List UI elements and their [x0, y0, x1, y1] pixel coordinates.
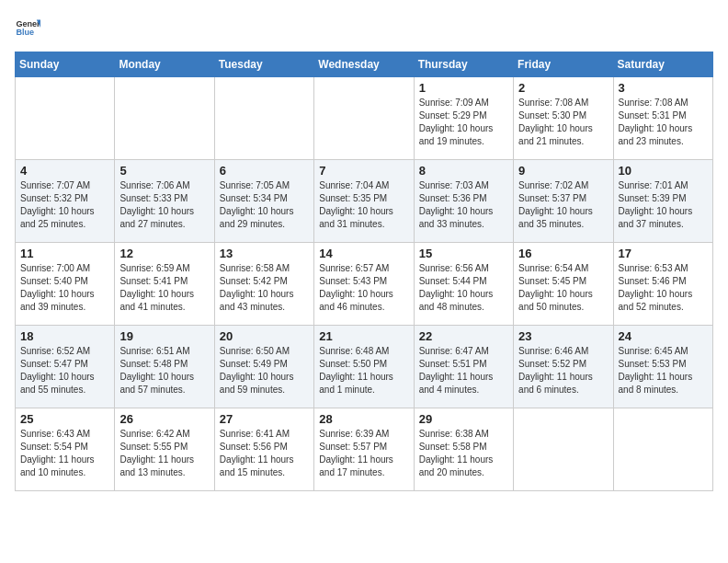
day-info: Sunrise: 6:50 AM Sunset: 5:49 PM Dayligh… [220, 345, 309, 396]
calendar-week-row: 1Sunrise: 7:09 AM Sunset: 5:29 PM Daylig… [16, 77, 713, 160]
day-number: 18 [20, 329, 109, 343]
day-info: Sunrise: 7:01 AM Sunset: 5:39 PM Dayligh… [619, 179, 708, 231]
day-info: Sunrise: 6:46 AM Sunset: 5:52 PM Dayligh… [518, 345, 608, 396]
calendar-day-cell: 5Sunrise: 7:06 AM Sunset: 5:33 PM Daylig… [115, 160, 214, 243]
calendar-day-cell [613, 408, 712, 491]
day-info: Sunrise: 7:04 AM Sunset: 5:35 PM Dayligh… [319, 179, 408, 231]
calendar-day-cell: 10Sunrise: 7:01 AM Sunset: 5:39 PM Dayli… [613, 160, 712, 243]
calendar-day-cell: 27Sunrise: 6:41 AM Sunset: 5:56 PM Dayli… [214, 408, 313, 491]
day-info: Sunrise: 6:54 AM Sunset: 5:45 PM Dayligh… [518, 262, 608, 314]
calendar-day-cell: 12Sunrise: 6:59 AM Sunset: 5:41 PM Dayli… [115, 243, 214, 326]
day-number: 7 [319, 164, 408, 178]
calendar-day-cell: 21Sunrise: 6:48 AM Sunset: 5:50 PM Dayli… [314, 326, 414, 408]
day-number: 9 [518, 164, 608, 178]
calendar-day-cell: 4Sunrise: 7:07 AM Sunset: 5:32 PM Daylig… [16, 160, 115, 243]
calendar-day-cell: 23Sunrise: 6:46 AM Sunset: 5:52 PM Dayli… [514, 326, 613, 408]
logo-icon: General Blue [15, 15, 40, 40]
day-number: 8 [419, 164, 508, 178]
day-info: Sunrise: 7:07 AM Sunset: 5:32 PM Dayligh… [20, 179, 109, 231]
day-number: 19 [119, 329, 209, 343]
logo: General Blue [15, 15, 40, 40]
day-number: 29 [419, 412, 508, 426]
day-number: 17 [619, 247, 708, 260]
day-number: 25 [20, 412, 109, 426]
day-number: 6 [220, 164, 309, 178]
weekday-header-cell: Friday [514, 52, 613, 77]
calendar-day-cell: 17Sunrise: 6:53 AM Sunset: 5:46 PM Dayli… [613, 243, 712, 326]
weekday-header-cell: Monday [115, 52, 214, 77]
calendar-day-cell: 8Sunrise: 7:03 AM Sunset: 5:36 PM Daylig… [414, 160, 513, 243]
weekday-header-cell: Thursday [414, 52, 513, 77]
day-number: 10 [619, 164, 708, 178]
calendar-day-cell: 24Sunrise: 6:45 AM Sunset: 5:53 PM Dayli… [613, 326, 712, 408]
day-info: Sunrise: 7:08 AM Sunset: 5:31 PM Dayligh… [619, 97, 708, 148]
day-number: 20 [220, 329, 309, 343]
day-number: 15 [419, 247, 508, 260]
calendar-table: SundayMondayTuesdayWednesdayThursdayFrid… [15, 52, 713, 491]
calendar-day-cell: 26Sunrise: 6:42 AM Sunset: 5:55 PM Dayli… [115, 408, 214, 491]
svg-text:General: General [16, 19, 40, 29]
day-info: Sunrise: 7:05 AM Sunset: 5:34 PM Dayligh… [220, 179, 309, 231]
day-number: 3 [619, 81, 708, 95]
day-number: 4 [20, 164, 109, 178]
day-info: Sunrise: 7:03 AM Sunset: 5:36 PM Dayligh… [419, 179, 508, 231]
day-number: 28 [319, 412, 408, 426]
calendar-day-cell [314, 77, 414, 160]
weekday-header-row: SundayMondayTuesdayWednesdayThursdayFrid… [16, 52, 713, 77]
day-info: Sunrise: 6:48 AM Sunset: 5:50 PM Dayligh… [319, 345, 408, 396]
calendar-day-cell: 25Sunrise: 6:43 AM Sunset: 5:54 PM Dayli… [16, 408, 115, 491]
calendar-day-cell: 2Sunrise: 7:08 AM Sunset: 5:30 PM Daylig… [514, 77, 613, 160]
calendar-week-row: 11Sunrise: 7:00 AM Sunset: 5:40 PM Dayli… [16, 243, 713, 326]
weekday-header-cell: Sunday [16, 52, 115, 77]
day-info: Sunrise: 6:57 AM Sunset: 5:43 PM Dayligh… [319, 262, 408, 314]
day-number: 21 [319, 329, 408, 343]
page-header: General Blue [15, 15, 713, 40]
calendar-day-cell [214, 77, 313, 160]
calendar-week-row: 4Sunrise: 7:07 AM Sunset: 5:32 PM Daylig… [16, 160, 713, 243]
calendar-day-cell: 22Sunrise: 6:47 AM Sunset: 5:51 PM Dayli… [414, 326, 513, 408]
calendar-day-cell: 13Sunrise: 6:58 AM Sunset: 5:42 PM Dayli… [214, 243, 313, 326]
calendar-day-cell: 29Sunrise: 6:38 AM Sunset: 5:58 PM Dayli… [414, 408, 513, 491]
calendar-week-row: 25Sunrise: 6:43 AM Sunset: 5:54 PM Dayli… [16, 408, 713, 491]
day-number: 23 [518, 329, 608, 343]
day-number: 22 [419, 329, 508, 343]
day-info: Sunrise: 7:08 AM Sunset: 5:30 PM Dayligh… [518, 97, 608, 148]
calendar-day-cell: 3Sunrise: 7:08 AM Sunset: 5:31 PM Daylig… [613, 77, 712, 160]
day-info: Sunrise: 6:39 AM Sunset: 5:57 PM Dayligh… [319, 428, 408, 479]
day-info: Sunrise: 6:56 AM Sunset: 5:44 PM Dayligh… [419, 262, 508, 314]
day-info: Sunrise: 6:42 AM Sunset: 5:55 PM Dayligh… [119, 428, 209, 479]
day-info: Sunrise: 6:51 AM Sunset: 5:48 PM Dayligh… [119, 345, 209, 396]
calendar-day-cell: 15Sunrise: 6:56 AM Sunset: 5:44 PM Dayli… [414, 243, 513, 326]
day-number: 5 [119, 164, 209, 178]
calendar-day-cell: 28Sunrise: 6:39 AM Sunset: 5:57 PM Dayli… [314, 408, 414, 491]
day-number: 1 [419, 81, 508, 95]
day-info: Sunrise: 6:38 AM Sunset: 5:58 PM Dayligh… [419, 428, 508, 479]
day-info: Sunrise: 6:41 AM Sunset: 5:56 PM Dayligh… [220, 428, 309, 479]
day-number: 24 [619, 329, 708, 343]
calendar-day-cell: 20Sunrise: 6:50 AM Sunset: 5:49 PM Dayli… [214, 326, 313, 408]
day-number: 16 [518, 247, 608, 260]
calendar-day-cell: 18Sunrise: 6:52 AM Sunset: 5:47 PM Dayli… [16, 326, 115, 408]
day-info: Sunrise: 6:53 AM Sunset: 5:46 PM Dayligh… [619, 262, 708, 314]
day-info: Sunrise: 6:52 AM Sunset: 5:47 PM Dayligh… [20, 345, 109, 396]
day-number: 26 [119, 412, 209, 426]
day-number: 14 [319, 247, 408, 260]
day-info: Sunrise: 7:02 AM Sunset: 5:37 PM Dayligh… [518, 179, 608, 231]
calendar-day-cell: 9Sunrise: 7:02 AM Sunset: 5:37 PM Daylig… [514, 160, 613, 243]
calendar-day-cell: 11Sunrise: 7:00 AM Sunset: 5:40 PM Dayli… [16, 243, 115, 326]
day-info: Sunrise: 6:59 AM Sunset: 5:41 PM Dayligh… [119, 262, 209, 314]
day-number: 27 [220, 412, 309, 426]
calendar-day-cell [514, 408, 613, 491]
calendar-week-row: 18Sunrise: 6:52 AM Sunset: 5:47 PM Dayli… [16, 326, 713, 408]
calendar-day-cell: 6Sunrise: 7:05 AM Sunset: 5:34 PM Daylig… [214, 160, 313, 243]
calendar-day-cell: 14Sunrise: 6:57 AM Sunset: 5:43 PM Dayli… [314, 243, 414, 326]
day-info: Sunrise: 7:00 AM Sunset: 5:40 PM Dayligh… [20, 262, 109, 314]
weekday-header-cell: Tuesday [214, 52, 313, 77]
day-number: 13 [220, 247, 309, 260]
calendar-day-cell: 16Sunrise: 6:54 AM Sunset: 5:45 PM Dayli… [514, 243, 613, 326]
calendar-body: 1Sunrise: 7:09 AM Sunset: 5:29 PM Daylig… [16, 77, 713, 491]
day-number: 2 [518, 81, 608, 95]
svg-text:Blue: Blue [16, 28, 34, 37]
calendar-day-cell: 1Sunrise: 7:09 AM Sunset: 5:29 PM Daylig… [414, 77, 513, 160]
weekday-header-cell: Wednesday [314, 52, 414, 77]
